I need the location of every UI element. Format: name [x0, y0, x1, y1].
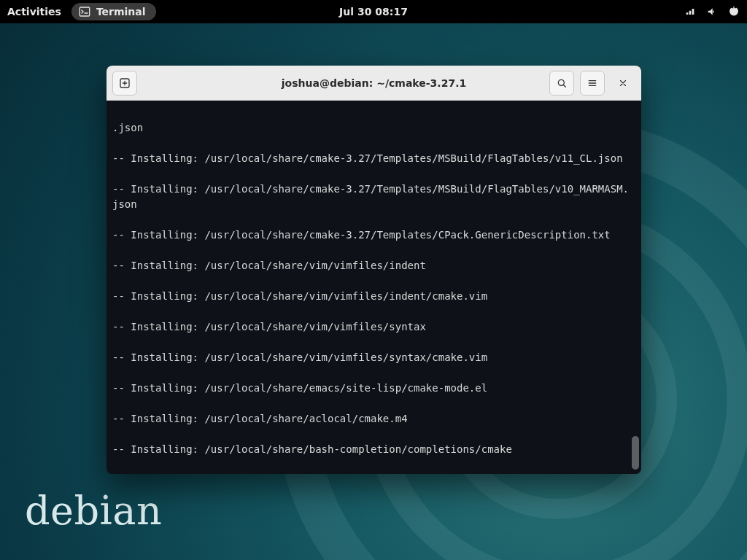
term-line: -- Installing: /usr/local/share/vim/vimf…: [112, 350, 630, 365]
gnome-topbar: Activities Terminal Jul 30 08:17: [0, 0, 747, 23]
terminal-titlebar: joshua@debian: ~/cmake-3.27.1: [107, 66, 641, 101]
network-icon[interactable]: [684, 6, 696, 18]
terminal-scrollbar-thumb[interactable]: [632, 436, 639, 470]
term-line: -- Installing: /usr/local/share/cmake-3.…: [112, 228, 630, 243]
terminal-menu-button[interactable]: [580, 71, 605, 96]
search-icon: [556, 77, 568, 89]
term-line: -- Installing: /usr/local/share/cmake-3.…: [112, 151, 630, 166]
new-tab-button[interactable]: [112, 71, 137, 96]
terminal-icon: [79, 6, 90, 18]
term-line: -- Installing: /usr/local/share/emacs/si…: [112, 381, 630, 396]
term-line: -- Installing: /usr/local/share/vim/vimf…: [112, 258, 630, 273]
svg-rect-3: [80, 7, 89, 16]
debian-wordmark: debian: [25, 488, 162, 534]
terminal-scrollbar[interactable]: [632, 105, 639, 470]
term-line: .json: [112, 120, 630, 136]
term-line: -- Installing: /usr/local/share/vim/vimf…: [112, 319, 630, 335]
power-icon[interactable]: [728, 6, 740, 18]
activities-button[interactable]: Activities: [7, 6, 61, 18]
hamburger-icon: [587, 77, 598, 89]
term-line: -- Installing: /usr/local/share/bash-com…: [112, 442, 630, 457]
term-line: -- Installing: /usr/local/share/cmake-3.…: [112, 182, 630, 212]
terminal-viewport[interactable]: .json -- Installing: /usr/local/share/cm…: [107, 101, 641, 474]
clock[interactable]: Jul 30 08:17: [339, 6, 408, 18]
active-app-label: Terminal: [96, 6, 146, 18]
svg-point-5: [558, 79, 564, 85]
active-app-pill[interactable]: Terminal: [71, 3, 156, 20]
plus-box-icon: [119, 77, 131, 89]
term-line: -- Installing: /usr/local/share/aclocal/…: [112, 411, 630, 427]
term-line: -- Installing: /usr/local/share/bash-com…: [112, 472, 630, 474]
terminal-search-button[interactable]: [549, 71, 574, 96]
window-close-button[interactable]: [611, 71, 635, 96]
volume-icon[interactable]: [706, 6, 718, 18]
close-icon: [618, 78, 628, 88]
term-line: -- Installing: /usr/local/share/vim/vimf…: [112, 289, 630, 304]
terminal-window: joshua@debian: ~/cmake-3.27.1 .json -- I…: [107, 66, 641, 474]
window-title: joshua@debian: ~/cmake-3.27.1: [282, 77, 466, 89]
